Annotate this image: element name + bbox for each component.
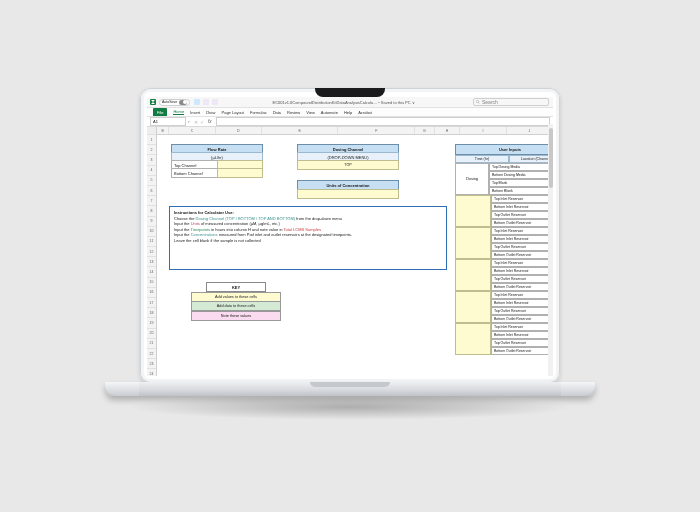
column-header[interactable]: G [415, 127, 435, 134]
time-input[interactable] [455, 291, 491, 323]
titlebar: AutoSave EC001v1.0CompoundDistributionKi… [147, 97, 553, 108]
location-cell: Bottom Inlet Reservoir [491, 331, 553, 339]
laptop-base [105, 382, 595, 396]
autosave-label: AutoSave [162, 100, 177, 104]
ribbon-tab-home[interactable]: Home [173, 109, 184, 115]
row-header[interactable]: 4 [147, 166, 156, 176]
row-header[interactable]: 1 [147, 135, 156, 145]
ribbon-tab-file[interactable]: File [153, 108, 167, 116]
column-header[interactable]: F [338, 127, 415, 134]
key-title: KEY [206, 282, 266, 292]
laptop-notch [315, 88, 385, 97]
row-header[interactable]: 6 [147, 186, 156, 196]
enter-formula-icon[interactable]: ✓ [200, 119, 204, 125]
dosing-channel-dropdown[interactable]: TOP [297, 160, 399, 170]
row-header[interactable]: 24 [147, 369, 156, 376]
row-header[interactable]: 18 [147, 308, 156, 318]
row-header[interactable]: 15 [147, 278, 156, 288]
column-header[interactable]: B [157, 127, 169, 134]
row-header[interactable]: 9 [147, 217, 156, 227]
ribbon-tab-insert[interactable]: Insert [190, 110, 200, 115]
location-cell: Top Outlet Reservoir [491, 243, 553, 251]
vertical-scrollbar[interactable] [548, 124, 553, 376]
time-header: Time (hr) [455, 155, 509, 163]
row-header[interactable]: 2 [147, 145, 156, 155]
row-header[interactable]: 7 [147, 196, 156, 206]
laptop-frame: AutoSave EC001v1.0CompoundDistributionKi… [140, 88, 560, 383]
ribbon-tab-acrobat[interactable]: Acrobat [358, 110, 372, 115]
save-icon[interactable] [194, 99, 200, 105]
svg-line-1 [479, 103, 480, 104]
row-header[interactable]: 16 [147, 288, 156, 298]
formula-row: A1 ▾ ✕ ✓ fx [147, 117, 553, 127]
time-input[interactable] [455, 195, 491, 227]
column-header[interactable]: I [460, 127, 506, 134]
undo-icon[interactable] [203, 99, 209, 105]
column-header[interactable]: D [216, 127, 262, 134]
ribbon-tab-review[interactable]: Review [287, 110, 300, 115]
laptop-trackpad-notch [310, 382, 390, 387]
location-cell: Top Inlet Reservoir [491, 291, 553, 299]
row-header[interactable]: 11 [147, 237, 156, 247]
cancel-formula-icon[interactable]: ✕ [194, 119, 198, 125]
excel-window: AutoSave EC001v1.0CompoundDistributionKi… [147, 97, 553, 376]
instructions-title: Instructions for Calculator Use: [174, 210, 234, 215]
excel-app-icon [150, 99, 156, 105]
ribbon-tab-page-layout[interactable]: Page Layout [221, 110, 243, 115]
column-header[interactable]: E [262, 127, 339, 134]
flow-rate-row-label: Bottom Channel [171, 168, 221, 178]
row-header[interactable]: 14 [147, 267, 156, 277]
row-header[interactable]: 21 [147, 339, 156, 349]
ribbon-tab-automate[interactable]: Automate [321, 110, 338, 115]
scrollbar-thumb[interactable] [549, 128, 553, 188]
search-icon [476, 100, 480, 104]
document-title: EC001v1.0CompoundDistributionKitDataAnal… [218, 100, 469, 105]
ribbon-tab-data[interactable]: Data [273, 110, 281, 115]
row-header[interactable]: 20 [147, 329, 156, 339]
ribbon-tab-help[interactable]: Help [344, 110, 352, 115]
location-cell: Bottom Outlet Reservoir [491, 347, 553, 355]
worksheet[interactable]: 1234567891011121314151617181920212223242… [147, 127, 553, 376]
location-cell: Top Inlet Reservoir [491, 259, 553, 267]
row-header[interactable]: 3 [147, 155, 156, 165]
row-header[interactable]: 12 [147, 247, 156, 257]
svg-point-0 [476, 100, 478, 102]
search-input[interactable]: Search [473, 98, 549, 106]
units-of-concentration-input[interactable] [297, 189, 399, 199]
ribbon-tab-draw[interactable]: Draw [206, 110, 215, 115]
row-header[interactable]: 23 [147, 359, 156, 369]
location-cell: Top Outlet Reservoir [491, 339, 553, 347]
column-header[interactable]: H [435, 127, 461, 134]
time-input[interactable] [455, 323, 491, 355]
location-cell: Bottom Blank [489, 187, 553, 195]
row-header[interactable]: 17 [147, 298, 156, 308]
chevron-down-icon[interactable]: ▾ [188, 120, 190, 124]
row-header[interactable]: 8 [147, 206, 156, 216]
column-header[interactable]: C [169, 127, 215, 134]
autosave-toggle[interactable]: AutoSave [159, 99, 190, 106]
ribbon-tab-view[interactable]: View [306, 110, 315, 115]
column-header[interactable]: J [507, 127, 553, 134]
row-header[interactable]: 5 [147, 176, 156, 186]
key-row: Add data to these cells [191, 301, 281, 311]
row-header[interactable]: 10 [147, 227, 156, 237]
ribbon-tab-formulas[interactable]: Formulas [250, 110, 267, 115]
time-input[interactable] [455, 259, 491, 291]
row-headers[interactable]: 1234567891011121314151617181920212223242… [147, 127, 157, 376]
location-cell: Top Outlet Reservoir [491, 211, 553, 219]
location-cell: Top Inlet Reservoir [491, 323, 553, 331]
grid[interactable]: BCDEFGHIJ Flow Rate (µL/hr) Top Channel … [157, 127, 553, 376]
instructions-box: Instructions for Calculator Use: Choose … [169, 206, 447, 270]
key-row: Add values to these cells [191, 292, 281, 302]
fx-icon[interactable]: fx [208, 119, 212, 124]
select-all-cell[interactable] [147, 127, 156, 135]
row-header[interactable]: 19 [147, 318, 156, 328]
user-inputs-table: User Inputs Time (hr) Location (Channel)… [455, 144, 553, 355]
time-input[interactable] [455, 227, 491, 259]
formula-bar[interactable] [216, 117, 550, 126]
name-box[interactable]: A1 [150, 117, 186, 126]
flow-rate-bottom-input[interactable] [217, 168, 263, 178]
location-cell: Bottom Inlet Reservoir [491, 267, 553, 275]
row-header[interactable]: 22 [147, 349, 156, 359]
row-header[interactable]: 13 [147, 257, 156, 267]
